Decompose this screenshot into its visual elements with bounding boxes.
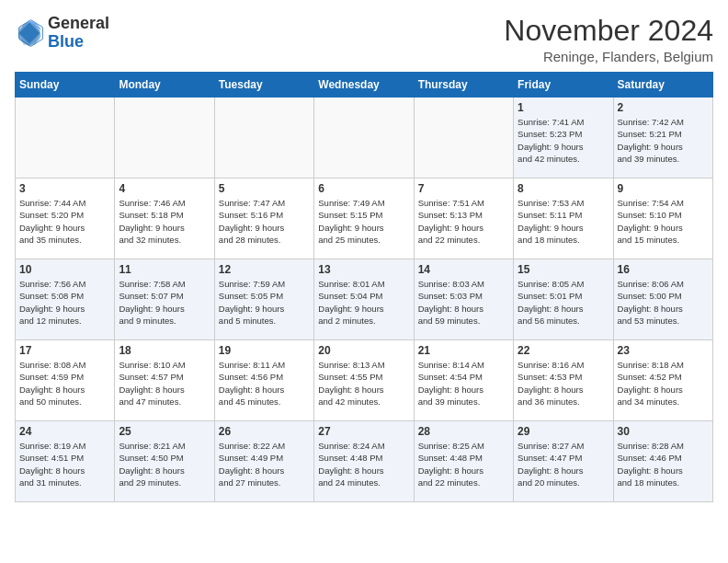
day-info: Sunrise: 7:51 AM Sunset: 5:13 PM Dayligh… xyxy=(418,197,509,246)
calendar-cell: 4Sunrise: 7:46 AM Sunset: 5:18 PM Daylig… xyxy=(115,178,214,259)
day-info: Sunrise: 7:54 AM Sunset: 5:10 PM Dayligh… xyxy=(618,197,709,246)
day-number: 22 xyxy=(518,344,609,357)
col-friday: Friday xyxy=(514,73,613,98)
calendar-week-2: 10Sunrise: 7:56 AM Sunset: 5:08 PM Dayli… xyxy=(16,259,713,340)
calendar-cell xyxy=(314,98,414,178)
day-number: 29 xyxy=(518,425,609,438)
header: General Blue November 2024 Reninge, Flan… xyxy=(15,15,713,64)
calendar-cell: 23Sunrise: 8:18 AM Sunset: 4:52 PM Dayli… xyxy=(613,340,712,421)
day-number: 12 xyxy=(219,263,310,276)
day-info: Sunrise: 8:06 AM Sunset: 5:00 PM Dayligh… xyxy=(618,278,709,327)
day-info: Sunrise: 7:46 AM Sunset: 5:18 PM Dayligh… xyxy=(119,197,210,246)
calendar-cell: 21Sunrise: 8:14 AM Sunset: 4:54 PM Dayli… xyxy=(414,340,513,421)
day-number: 23 xyxy=(618,344,709,357)
day-info: Sunrise: 8:08 AM Sunset: 4:59 PM Dayligh… xyxy=(19,359,110,408)
calendar-cell: 14Sunrise: 8:03 AM Sunset: 5:03 PM Dayli… xyxy=(414,259,513,340)
calendar-cell xyxy=(414,98,513,178)
calendar-cell: 25Sunrise: 8:21 AM Sunset: 4:50 PM Dayli… xyxy=(115,421,214,502)
day-info: Sunrise: 8:11 AM Sunset: 4:56 PM Dayligh… xyxy=(219,359,310,408)
day-info: Sunrise: 8:27 AM Sunset: 4:47 PM Dayligh… xyxy=(518,440,609,488)
calendar-cell xyxy=(16,98,115,178)
day-info: Sunrise: 8:25 AM Sunset: 4:48 PM Dayligh… xyxy=(418,440,509,488)
calendar-cell: 22Sunrise: 8:16 AM Sunset: 4:53 PM Dayli… xyxy=(514,340,613,421)
day-info: Sunrise: 8:28 AM Sunset: 4:46 PM Dayligh… xyxy=(618,440,709,488)
title-block: November 2024 Reninge, Flanders, Belgium xyxy=(504,15,713,64)
day-number: 24 xyxy=(19,425,110,438)
calendar-cell: 5Sunrise: 7:47 AM Sunset: 5:16 PM Daylig… xyxy=(214,178,313,259)
day-info: Sunrise: 7:44 AM Sunset: 5:20 PM Dayligh… xyxy=(19,197,110,246)
day-number: 21 xyxy=(418,344,509,357)
calendar-week-3: 17Sunrise: 8:08 AM Sunset: 4:59 PM Dayli… xyxy=(16,340,713,421)
day-number: 6 xyxy=(318,182,409,195)
day-number: 5 xyxy=(219,182,310,195)
calendar-cell: 9Sunrise: 7:54 AM Sunset: 5:10 PM Daylig… xyxy=(613,178,712,259)
calendar-cell: 1Sunrise: 7:41 AM Sunset: 5:23 PM Daylig… xyxy=(514,98,613,178)
day-number: 27 xyxy=(318,425,409,438)
calendar-cell: 13Sunrise: 8:01 AM Sunset: 5:04 PM Dayli… xyxy=(314,259,414,340)
day-number: 1 xyxy=(518,101,609,114)
day-info: Sunrise: 8:13 AM Sunset: 4:55 PM Dayligh… xyxy=(318,359,409,408)
day-info: Sunrise: 8:22 AM Sunset: 4:49 PM Dayligh… xyxy=(219,440,310,488)
day-number: 30 xyxy=(618,425,709,438)
day-info: Sunrise: 8:03 AM Sunset: 5:03 PM Dayligh… xyxy=(418,278,509,327)
day-number: 28 xyxy=(418,425,509,438)
day-info: Sunrise: 7:59 AM Sunset: 5:05 PM Dayligh… xyxy=(219,278,310,327)
logo-line1: General xyxy=(48,14,109,32)
calendar-cell: 6Sunrise: 7:49 AM Sunset: 5:15 PM Daylig… xyxy=(314,178,414,259)
logo-line2: Blue xyxy=(48,32,84,51)
calendar-week-0: 1Sunrise: 7:41 AM Sunset: 5:23 PM Daylig… xyxy=(16,98,713,178)
location: Reninge, Flanders, Belgium xyxy=(504,49,713,64)
calendar-cell: 12Sunrise: 7:59 AM Sunset: 5:05 PM Dayli… xyxy=(214,259,313,340)
logo-icon xyxy=(15,18,44,48)
col-sunday: Sunday xyxy=(16,73,115,98)
day-number: 7 xyxy=(418,182,509,195)
calendar-cell: 11Sunrise: 7:58 AM Sunset: 5:07 PM Dayli… xyxy=(115,259,214,340)
day-number: 8 xyxy=(518,182,609,195)
day-number: 20 xyxy=(318,344,409,357)
page: General Blue November 2024 Reninge, Flan… xyxy=(0,0,728,510)
day-number: 13 xyxy=(318,263,409,276)
calendar-cell: 8Sunrise: 7:53 AM Sunset: 5:11 PM Daylig… xyxy=(514,178,613,259)
day-info: Sunrise: 8:01 AM Sunset: 5:04 PM Dayligh… xyxy=(318,278,409,327)
calendar-cell: 10Sunrise: 7:56 AM Sunset: 5:08 PM Dayli… xyxy=(16,259,115,340)
day-info: Sunrise: 7:41 AM Sunset: 5:23 PM Dayligh… xyxy=(518,116,609,165)
col-thursday: Thursday xyxy=(414,73,513,98)
calendar-cell: 26Sunrise: 8:22 AM Sunset: 4:49 PM Dayli… xyxy=(214,421,313,502)
calendar-cell: 2Sunrise: 7:42 AM Sunset: 5:21 PM Daylig… xyxy=(613,98,712,178)
logo: General Blue xyxy=(15,15,109,52)
col-tuesday: Tuesday xyxy=(214,73,313,98)
day-number: 10 xyxy=(19,263,110,276)
day-info: Sunrise: 8:21 AM Sunset: 4:50 PM Dayligh… xyxy=(119,440,210,488)
day-number: 18 xyxy=(119,344,210,357)
day-info: Sunrise: 8:10 AM Sunset: 4:57 PM Dayligh… xyxy=(119,359,210,408)
day-number: 3 xyxy=(19,182,110,195)
header-row: Sunday Monday Tuesday Wednesday Thursday… xyxy=(16,73,713,98)
day-info: Sunrise: 8:19 AM Sunset: 4:51 PM Dayligh… xyxy=(19,440,110,488)
day-info: Sunrise: 8:16 AM Sunset: 4:53 PM Dayligh… xyxy=(518,359,609,408)
calendar-cell: 16Sunrise: 8:06 AM Sunset: 5:00 PM Dayli… xyxy=(613,259,712,340)
day-info: Sunrise: 7:49 AM Sunset: 5:15 PM Dayligh… xyxy=(318,197,409,246)
day-number: 19 xyxy=(219,344,310,357)
day-info: Sunrise: 8:24 AM Sunset: 4:48 PM Dayligh… xyxy=(318,440,409,488)
col-saturday: Saturday xyxy=(613,73,712,98)
day-number: 2 xyxy=(618,101,709,114)
day-number: 15 xyxy=(518,263,609,276)
calendar-cell xyxy=(214,98,313,178)
calendar-cell: 17Sunrise: 8:08 AM Sunset: 4:59 PM Dayli… xyxy=(16,340,115,421)
day-info: Sunrise: 7:42 AM Sunset: 5:21 PM Dayligh… xyxy=(618,116,709,165)
calendar-cell: 24Sunrise: 8:19 AM Sunset: 4:51 PM Dayli… xyxy=(16,421,115,502)
calendar-cell: 27Sunrise: 8:24 AM Sunset: 4:48 PM Dayli… xyxy=(314,421,414,502)
day-info: Sunrise: 7:58 AM Sunset: 5:07 PM Dayligh… xyxy=(119,278,210,327)
day-info: Sunrise: 7:53 AM Sunset: 5:11 PM Dayligh… xyxy=(518,197,609,246)
day-info: Sunrise: 8:18 AM Sunset: 4:52 PM Dayligh… xyxy=(618,359,709,408)
calendar-cell xyxy=(115,98,214,178)
logo-text: General Blue xyxy=(48,15,109,52)
day-number: 9 xyxy=(618,182,709,195)
calendar-week-1: 3Sunrise: 7:44 AM Sunset: 5:20 PM Daylig… xyxy=(16,178,713,259)
calendar-cell: 15Sunrise: 8:05 AM Sunset: 5:01 PM Dayli… xyxy=(514,259,613,340)
day-info: Sunrise: 8:14 AM Sunset: 4:54 PM Dayligh… xyxy=(418,359,509,408)
month-title: November 2024 xyxy=(504,15,713,47)
calendar-cell: 19Sunrise: 8:11 AM Sunset: 4:56 PM Dayli… xyxy=(214,340,313,421)
day-number: 16 xyxy=(618,263,709,276)
col-wednesday: Wednesday xyxy=(314,73,414,98)
